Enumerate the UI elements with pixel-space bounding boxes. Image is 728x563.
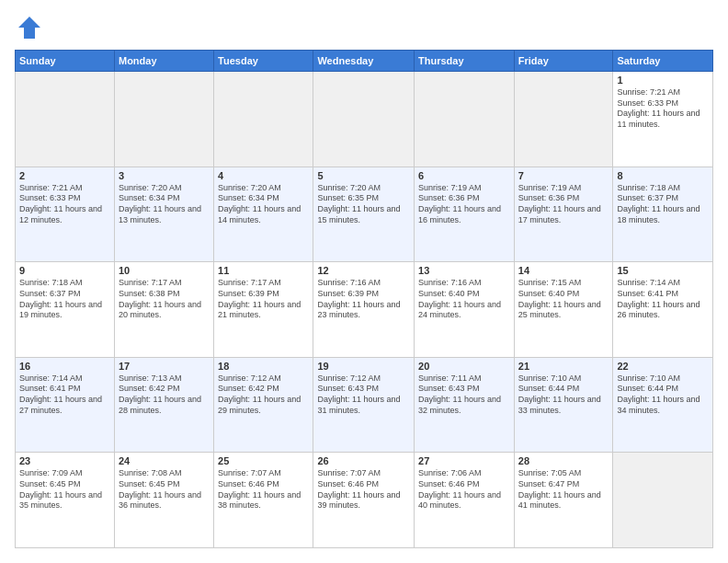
day-info: Sunrise: 7:07 AM Sunset: 6:46 PM Dayligh… [317, 468, 410, 511]
day-info: Sunrise: 7:12 AM Sunset: 6:43 PM Dayligh… [317, 373, 410, 417]
day-info: Sunrise: 7:19 AM Sunset: 6:36 PM Dayligh… [518, 183, 609, 226]
day-info: Sunrise: 7:19 AM Sunset: 6:36 PM Dayligh… [418, 183, 510, 226]
calendar-cell: 15Sunrise: 7:14 AM Sunset: 6:41 PM Dayli… [613, 262, 713, 358]
day-number: 12 [317, 265, 410, 276]
day-info: Sunrise: 7:20 AM Sunset: 6:34 PM Dayligh… [218, 183, 309, 226]
day-info: Sunrise: 7:17 AM Sunset: 6:39 PM Dayligh… [218, 278, 309, 321]
calendar-week-row: 1Sunrise: 7:21 AM Sunset: 6:33 PM Daylig… [16, 72, 713, 167]
calendar-cell: 24Sunrise: 7:08 AM Sunset: 6:45 PM Dayli… [114, 453, 213, 548]
day-info: Sunrise: 7:20 AM Sunset: 6:34 PM Dayligh… [119, 183, 210, 226]
calendar-cell: 2Sunrise: 7:21 AM Sunset: 6:33 PM Daylig… [16, 167, 115, 262]
calendar: SundayMondayTuesdayWednesdayThursdayFrid… [15, 50, 713, 548]
calendar-cell: 17Sunrise: 7:13 AM Sunset: 6:42 PM Dayli… [114, 357, 213, 453]
day-number: 10 [119, 265, 210, 276]
calendar-cell: 5Sunrise: 7:20 AM Sunset: 6:35 PM Daylig… [313, 167, 415, 262]
calendar-cell: 9Sunrise: 7:18 AM Sunset: 6:37 PM Daylig… [16, 262, 115, 358]
calendar-body: 1Sunrise: 7:21 AM Sunset: 6:33 PM Daylig… [16, 72, 713, 548]
day-number: 4 [218, 170, 309, 181]
day-number: 25 [218, 455, 309, 466]
weekday-header-thursday: Thursday [415, 51, 515, 72]
day-info: Sunrise: 7:14 AM Sunset: 6:41 PM Dayligh… [19, 373, 110, 417]
day-number: 18 [218, 361, 309, 372]
calendar-cell: 28Sunrise: 7:05 AM Sunset: 6:47 PM Dayli… [514, 453, 613, 548]
calendar-cell: 4Sunrise: 7:20 AM Sunset: 6:34 PM Daylig… [214, 167, 313, 262]
calendar-cell: 18Sunrise: 7:12 AM Sunset: 6:42 PM Dayli… [214, 357, 313, 453]
day-info: Sunrise: 7:08 AM Sunset: 6:45 PM Dayligh… [119, 468, 210, 511]
day-info: Sunrise: 7:21 AM Sunset: 6:33 PM Dayligh… [19, 183, 110, 226]
calendar-week-row: 2Sunrise: 7:21 AM Sunset: 6:33 PM Daylig… [16, 167, 713, 262]
day-number: 14 [518, 265, 609, 276]
day-info: Sunrise: 7:10 AM Sunset: 6:44 PM Dayligh… [617, 373, 709, 417]
calendar-cell [415, 72, 515, 167]
logo [15, 15, 42, 40]
day-number: 5 [317, 170, 410, 181]
day-number: 20 [418, 361, 510, 372]
calendar-cell: 21Sunrise: 7:10 AM Sunset: 6:44 PM Dayli… [514, 357, 613, 453]
day-number: 9 [19, 265, 110, 276]
day-number: 2 [19, 170, 110, 181]
calendar-cell: 7Sunrise: 7:19 AM Sunset: 6:36 PM Daylig… [514, 167, 613, 262]
svg-marker-0 [18, 17, 40, 39]
day-info: Sunrise: 7:09 AM Sunset: 6:45 PM Dayligh… [19, 468, 110, 511]
calendar-cell: 16Sunrise: 7:14 AM Sunset: 6:41 PM Dayli… [16, 357, 115, 453]
calendar-cell [114, 72, 213, 167]
day-info: Sunrise: 7:20 AM Sunset: 6:35 PM Dayligh… [317, 183, 410, 226]
day-info: Sunrise: 7:11 AM Sunset: 6:43 PM Dayligh… [418, 373, 510, 417]
day-number: 11 [218, 265, 309, 276]
calendar-cell: 20Sunrise: 7:11 AM Sunset: 6:43 PM Dayli… [415, 357, 515, 453]
day-number: 23 [19, 455, 110, 466]
day-info: Sunrise: 7:13 AM Sunset: 6:42 PM Dayligh… [119, 373, 210, 417]
calendar-cell: 11Sunrise: 7:17 AM Sunset: 6:39 PM Dayli… [214, 262, 313, 358]
day-number: 27 [418, 455, 510, 466]
weekday-header-wednesday: Wednesday [313, 51, 415, 72]
day-info: Sunrise: 7:18 AM Sunset: 6:37 PM Dayligh… [19, 278, 110, 321]
day-info: Sunrise: 7:16 AM Sunset: 6:39 PM Dayligh… [317, 278, 410, 321]
calendar-week-row: 23Sunrise: 7:09 AM Sunset: 6:45 PM Dayli… [16, 453, 713, 548]
calendar-cell: 6Sunrise: 7:19 AM Sunset: 6:36 PM Daylig… [415, 167, 515, 262]
day-number: 26 [317, 455, 410, 466]
calendar-week-row: 16Sunrise: 7:14 AM Sunset: 6:41 PM Dayli… [16, 357, 713, 453]
calendar-cell [613, 453, 713, 548]
calendar-cell [214, 72, 313, 167]
day-number: 8 [617, 170, 709, 181]
calendar-cell: 25Sunrise: 7:07 AM Sunset: 6:46 PM Dayli… [214, 453, 313, 548]
day-info: Sunrise: 7:15 AM Sunset: 6:40 PM Dayligh… [518, 278, 609, 321]
day-info: Sunrise: 7:21 AM Sunset: 6:33 PM Dayligh… [617, 87, 709, 131]
day-number: 1 [617, 75, 709, 86]
day-info: Sunrise: 7:07 AM Sunset: 6:46 PM Dayligh… [218, 468, 309, 511]
day-info: Sunrise: 7:06 AM Sunset: 6:46 PM Dayligh… [418, 468, 510, 511]
calendar-cell: 8Sunrise: 7:18 AM Sunset: 6:37 PM Daylig… [613, 167, 713, 262]
day-info: Sunrise: 7:12 AM Sunset: 6:42 PM Dayligh… [218, 373, 309, 417]
calendar-cell: 12Sunrise: 7:16 AM Sunset: 6:39 PM Dayli… [313, 262, 415, 358]
calendar-cell [16, 72, 115, 167]
calendar-cell [514, 72, 613, 167]
calendar-cell: 27Sunrise: 7:06 AM Sunset: 6:46 PM Dayli… [415, 453, 515, 548]
calendar-cell: 26Sunrise: 7:07 AM Sunset: 6:46 PM Dayli… [313, 453, 415, 548]
calendar-cell: 10Sunrise: 7:17 AM Sunset: 6:38 PM Dayli… [114, 262, 213, 358]
day-number: 19 [317, 361, 410, 372]
day-number: 7 [518, 170, 609, 181]
weekday-header-friday: Friday [514, 51, 613, 72]
day-info: Sunrise: 7:18 AM Sunset: 6:37 PM Dayligh… [617, 183, 709, 226]
day-number: 21 [518, 361, 609, 372]
calendar-cell: 3Sunrise: 7:20 AM Sunset: 6:34 PM Daylig… [114, 167, 213, 262]
day-number: 13 [418, 265, 510, 276]
calendar-cell: 19Sunrise: 7:12 AM Sunset: 6:43 PM Dayli… [313, 357, 415, 453]
calendar-cell: 14Sunrise: 7:15 AM Sunset: 6:40 PM Dayli… [514, 262, 613, 358]
day-info: Sunrise: 7:17 AM Sunset: 6:38 PM Dayligh… [119, 278, 210, 321]
page: SundayMondayTuesdayWednesdayThursdayFrid… [0, 0, 728, 563]
day-info: Sunrise: 7:05 AM Sunset: 6:47 PM Dayligh… [518, 468, 609, 511]
day-number: 16 [19, 361, 110, 372]
weekday-header-tuesday: Tuesday [214, 51, 313, 72]
day-number: 6 [418, 170, 510, 181]
day-info: Sunrise: 7:16 AM Sunset: 6:40 PM Dayligh… [418, 278, 510, 321]
day-number: 24 [119, 455, 210, 466]
calendar-cell: 22Sunrise: 7:10 AM Sunset: 6:44 PM Dayli… [613, 357, 713, 453]
weekday-header-sunday: Sunday [16, 51, 115, 72]
weekday-header-saturday: Saturday [613, 51, 713, 72]
weekday-header-monday: Monday [114, 51, 213, 72]
day-info: Sunrise: 7:14 AM Sunset: 6:41 PM Dayligh… [617, 278, 709, 321]
calendar-cell: 23Sunrise: 7:09 AM Sunset: 6:45 PM Dayli… [16, 453, 115, 548]
calendar-cell [313, 72, 415, 167]
day-number: 3 [119, 170, 210, 181]
